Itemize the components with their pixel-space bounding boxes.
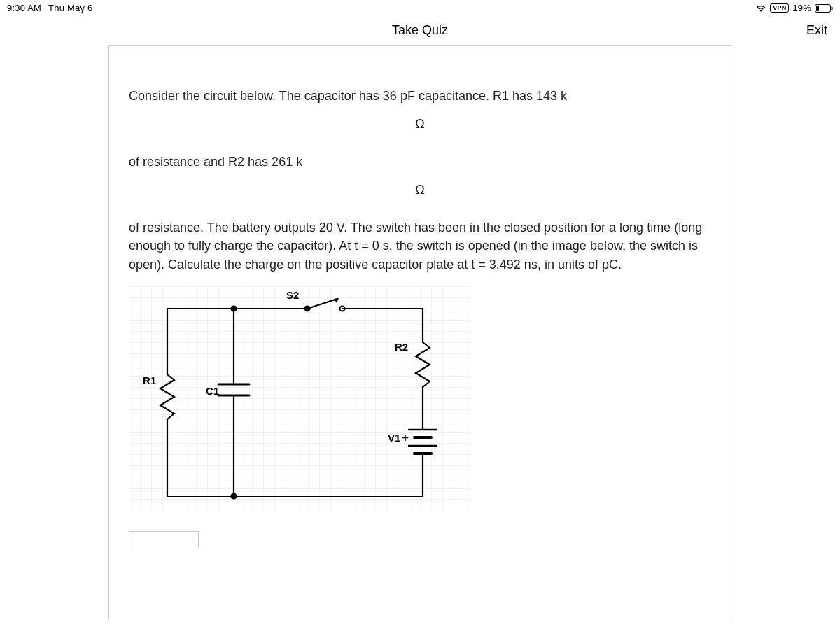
- circuit-label-v1: V1: [388, 432, 400, 444]
- status-bar: 9:30 AM Thu May 6 VPN 19%: [0, 0, 840, 15]
- app-header: Take Quiz Exit: [0, 15, 840, 46]
- question-line-2: of resistance and R2 has 261 k: [129, 153, 711, 171]
- svg-rect-2: [816, 6, 819, 11]
- circuit-diagram: S2 R1 C1 R2 V1+: [129, 286, 472, 510]
- status-date: Thu May 6: [48, 3, 92, 13]
- wifi-icon: [755, 4, 766, 13]
- svg-rect-1: [832, 6, 833, 10]
- svg-rect-3: [129, 286, 472, 510]
- battery-percent: 19%: [792, 3, 811, 13]
- omega-symbol-1: Ω: [129, 115, 711, 133]
- omega-symbol-2: Ω: [129, 181, 711, 199]
- battery-icon: [815, 4, 833, 13]
- vpn-badge: VPN: [770, 4, 789, 13]
- circuit-label-r1: R1: [143, 374, 156, 386]
- answer-input-outline[interactable]: [129, 531, 199, 548]
- svg-point-7: [232, 493, 237, 498]
- circuit-label-c1: C1: [206, 385, 219, 397]
- circuit-label-s2: S2: [286, 289, 299, 301]
- circuit-label-r2: R2: [395, 341, 408, 353]
- exit-button[interactable]: Exit: [806, 23, 827, 38]
- page-title: Take Quiz: [392, 23, 448, 38]
- status-time: 9:30 AM: [7, 3, 41, 13]
- svg-point-6: [232, 306, 237, 311]
- svg-text:V1+: V1+: [388, 431, 409, 444]
- question-line-1: Consider the circuit below. The capacito…: [129, 87, 711, 105]
- question-card: Consider the circuit below. The capacito…: [108, 46, 732, 620]
- question-line-3: of resistance. The battery outputs 20 V.…: [129, 218, 711, 273]
